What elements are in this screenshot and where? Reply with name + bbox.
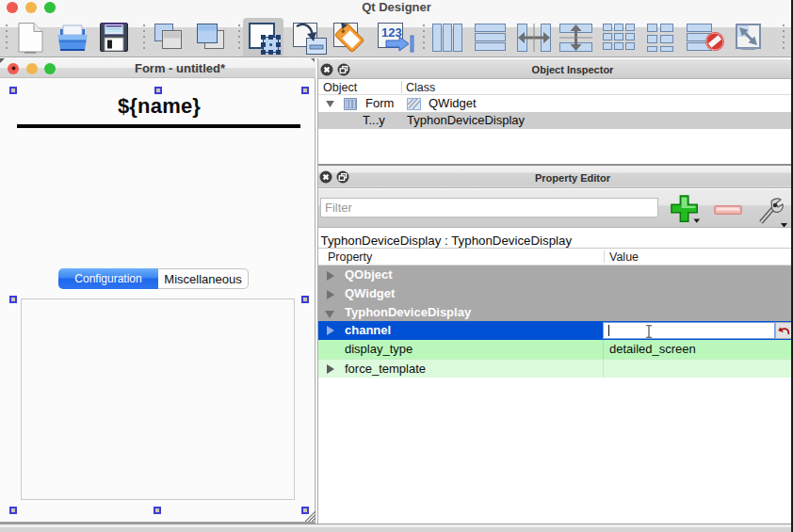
svg-text:123: 123 [381, 25, 402, 40]
